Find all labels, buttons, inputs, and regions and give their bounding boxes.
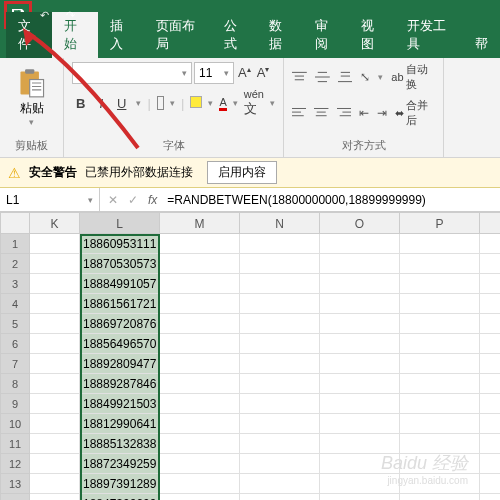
cell-K12[interactable]: [30, 454, 80, 474]
cell-K1[interactable]: [30, 234, 80, 254]
cell-O5[interactable]: [320, 314, 400, 334]
font-color-dropdown[interactable]: ▾: [233, 98, 238, 108]
increase-font-icon[interactable]: A▴: [236, 65, 253, 80]
fill-dropdown[interactable]: ▾: [208, 98, 213, 108]
row-header-11[interactable]: 11: [0, 434, 30, 454]
cell-K9[interactable]: [30, 394, 80, 414]
cell-K3[interactable]: [30, 274, 80, 294]
cell-P7[interactable]: [400, 354, 480, 374]
col-header-L[interactable]: L: [80, 212, 160, 234]
cell-O3[interactable]: [320, 274, 400, 294]
cell-L7[interactable]: 18892809477: [80, 354, 160, 374]
cell-K13[interactable]: [30, 474, 80, 494]
cell-Q11[interactable]: [480, 434, 500, 454]
cell-L13[interactable]: 18897391289: [80, 474, 160, 494]
cell-L11[interactable]: 18885132838: [80, 434, 160, 454]
cell-M7[interactable]: [160, 354, 240, 374]
tab-insert[interactable]: 插入: [98, 12, 144, 58]
select-all-corner[interactable]: [0, 212, 30, 234]
name-box[interactable]: L1▾: [0, 188, 100, 211]
redo-icon[interactable]: ↷: [66, 9, 75, 22]
row-header-3[interactable]: 3: [0, 274, 30, 294]
row-header-8[interactable]: 8: [0, 374, 30, 394]
fill-color-button[interactable]: [190, 96, 202, 111]
cell-P2[interactable]: [400, 254, 480, 274]
row-header-2[interactable]: 2: [0, 254, 30, 274]
cell-M9[interactable]: [160, 394, 240, 414]
cell-P3[interactable]: [400, 274, 480, 294]
cell-O1[interactable]: [320, 234, 400, 254]
align-mid-icon[interactable]: [315, 71, 330, 83]
cell-P11[interactable]: [400, 434, 480, 454]
cell-Q6[interactable]: [480, 334, 500, 354]
tab-view[interactable]: 视图: [349, 12, 395, 58]
cell-Q3[interactable]: [480, 274, 500, 294]
cell-K14[interactable]: [30, 494, 80, 500]
cell-L9[interactable]: 18849921503: [80, 394, 160, 414]
row-header-14[interactable]: 14: [0, 494, 30, 500]
cell-O6[interactable]: [320, 334, 400, 354]
font-color-button[interactable]: A: [219, 96, 226, 111]
cell-L1[interactable]: 18860953111: [80, 234, 160, 254]
phonetic-dropdown[interactable]: ▾: [270, 98, 275, 108]
bold-button[interactable]: B: [72, 94, 89, 113]
paste-dropdown-icon[interactable]: ▾: [29, 117, 34, 127]
cell-L4[interactable]: 18861561721: [80, 294, 160, 314]
cell-Q7[interactable]: [480, 354, 500, 374]
align-center-icon[interactable]: [314, 107, 328, 119]
cell-M13[interactable]: [160, 474, 240, 494]
col-header-M[interactable]: M: [160, 212, 240, 234]
cell-O4[interactable]: [320, 294, 400, 314]
row-header-7[interactable]: 7: [0, 354, 30, 374]
cell-Q4[interactable]: [480, 294, 500, 314]
orientation-button[interactable]: ⤡: [360, 70, 370, 84]
cell-P13[interactable]: [400, 474, 480, 494]
row-header-6[interactable]: 6: [0, 334, 30, 354]
cell-P5[interactable]: [400, 314, 480, 334]
cell-M4[interactable]: [160, 294, 240, 314]
cell-Q13[interactable]: [480, 474, 500, 494]
font-size-combo[interactable]: 11▾: [194, 62, 234, 84]
cell-M3[interactable]: [160, 274, 240, 294]
paste-button[interactable]: 粘贴 ▾: [8, 62, 55, 127]
cell-O7[interactable]: [320, 354, 400, 374]
indent-inc-icon[interactable]: ⇥: [377, 106, 387, 120]
cell-L14[interactable]: 18847300209: [80, 494, 160, 500]
cancel-icon[interactable]: ✕: [108, 193, 118, 207]
formula-input[interactable]: =RANDBETWEEN(18800000000,18899999999): [167, 193, 426, 207]
tab-layout[interactable]: 页面布局: [144, 12, 212, 58]
align-right-icon[interactable]: [337, 107, 351, 119]
wrap-text-button[interactable]: ab 自动换: [391, 62, 435, 92]
cell-O2[interactable]: [320, 254, 400, 274]
cell-L3[interactable]: 18884991057: [80, 274, 160, 294]
cell-O12[interactable]: [320, 454, 400, 474]
cell-N7[interactable]: [240, 354, 320, 374]
col-header-Q[interactable]: Q: [480, 212, 500, 234]
phonetic-button[interactable]: wén文: [244, 88, 264, 118]
row-header-1[interactable]: 1: [0, 234, 30, 254]
cell-O13[interactable]: [320, 474, 400, 494]
cell-Q12[interactable]: [480, 454, 500, 474]
cell-M1[interactable]: [160, 234, 240, 254]
cell-L2[interactable]: 18870530573: [80, 254, 160, 274]
confirm-icon[interactable]: ✓: [128, 193, 138, 207]
italic-button[interactable]: I: [95, 94, 107, 113]
cell-P9[interactable]: [400, 394, 480, 414]
underline-button[interactable]: U: [113, 94, 130, 113]
tab-help[interactable]: 帮: [463, 30, 500, 58]
cell-K8[interactable]: [30, 374, 80, 394]
merge-button[interactable]: ⬌ 合并后: [395, 98, 435, 128]
row-header-4[interactable]: 4: [0, 294, 30, 314]
cell-O14[interactable]: [320, 494, 400, 500]
align-bot-icon[interactable]: [338, 71, 353, 83]
cell-L8[interactable]: 18889287846: [80, 374, 160, 394]
undo-icon[interactable]: ↶: [40, 9, 49, 22]
cell-Q9[interactable]: [480, 394, 500, 414]
cell-N5[interactable]: [240, 314, 320, 334]
row-header-5[interactable]: 5: [0, 314, 30, 334]
cell-N13[interactable]: [240, 474, 320, 494]
align-top-icon[interactable]: [292, 71, 307, 83]
cell-N10[interactable]: [240, 414, 320, 434]
cell-Q2[interactable]: [480, 254, 500, 274]
cell-Q5[interactable]: [480, 314, 500, 334]
